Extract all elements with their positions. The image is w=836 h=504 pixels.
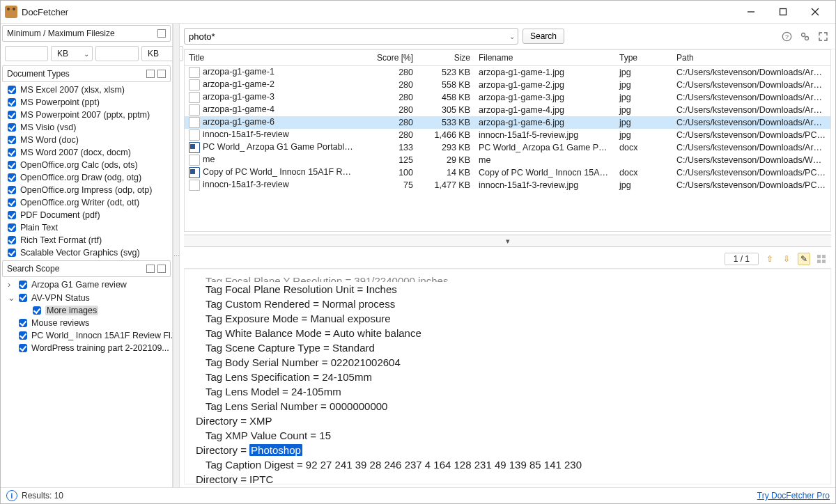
panel-minimize-icon[interactable]	[157, 265, 166, 273]
minimize-button[interactable]	[735, 1, 767, 23]
doctype-label: Scalable Vector Graphics (svg)	[20, 248, 140, 258]
prev-occurrence-icon[interactable]: ⇧	[764, 253, 775, 265]
checkbox-icon[interactable]	[8, 173, 16, 182]
preview-line: Tag White Balance Mode = Auto white bala…	[196, 326, 819, 340]
cell-score: 100	[360, 168, 417, 178]
doctype-item[interactable]: Scalable Vector Graphics (svg)	[1, 246, 172, 259]
column-score[interactable]: Score [%]	[360, 53, 417, 63]
doctype-item[interactable]: MS Word (doc)	[1, 134, 172, 146]
doctype-item[interactable]: MS Powerpoint (ppt)	[1, 96, 172, 109]
chevron-down-icon: ▾	[506, 237, 510, 246]
preview-expand-handle[interactable]: ▾	[184, 235, 831, 247]
checkbox-icon[interactable]	[19, 319, 27, 327]
checkbox-icon[interactable]	[8, 136, 16, 144]
panel-minimize-icon[interactable]	[157, 29, 166, 38]
panel-restore-icon[interactable]	[146, 70, 155, 78]
results-table: Title Score [%] Size Filename Type Path …	[184, 49, 831, 232]
scope-item[interactable]: WordPress training part 2-202109...	[1, 342, 172, 354]
cell-size: 523 KB	[417, 68, 474, 77]
search-combobox[interactable]: ⌄	[184, 28, 518, 45]
search-input[interactable]	[187, 31, 509, 42]
cell-filename: arzopa-g1-game-2.jpg	[474, 80, 615, 90]
cell-path: C:/Users/kstevenson/Downloads/Arzopa G1 …	[672, 105, 830, 115]
search-button[interactable]: Search	[522, 29, 564, 44]
file-icon	[189, 79, 200, 90]
column-title[interactable]: Title	[185, 53, 360, 63]
result-row[interactable]: arzopa-g1-game-3280458 KBarzopa-g1-game-…	[185, 91, 830, 104]
result-row[interactable]: arzopa-g1-game-2280558 KBarzopa-g1-game-…	[185, 79, 830, 91]
sidebar-splitter[interactable]: ⋮	[173, 24, 180, 487]
result-row[interactable]: innocn-15a1f-3-review751,477 KBinnocn-15…	[185, 179, 830, 191]
panel-minimize-icon[interactable]	[157, 70, 166, 78]
column-filename[interactable]: Filename	[474, 53, 615, 63]
checkbox-icon[interactable]	[8, 98, 16, 107]
result-row[interactable]: arzopa-g1-game-4280305 KBarzopa-g1-game-…	[185, 104, 830, 116]
checkbox-icon[interactable]	[8, 236, 16, 244]
column-type[interactable]: Type	[615, 53, 672, 63]
result-row[interactable]: Copy of PC World_ Innocn 15A1F Review...…	[185, 166, 830, 179]
doctype-item[interactable]: OpenOffice.org Draw (odg, otg)	[1, 171, 172, 184]
column-size[interactable]: Size	[417, 53, 474, 63]
doctype-item[interactable]: MS Excel 2007 (xlsx, xlsm)	[1, 84, 172, 96]
doctype-item[interactable]: OpenOffice.org Calc (ods, ots)	[1, 159, 172, 171]
scope-item[interactable]: ›Arzopa G1 Game review	[1, 278, 172, 291]
doctype-item[interactable]: OpenOffice.org Impress (odp, otp)	[1, 184, 172, 196]
maximize-button[interactable]	[767, 1, 799, 23]
preview-pane[interactable]: Tag Focal Plane Y Resolution = 391/22400…	[184, 269, 831, 485]
column-path[interactable]: Path	[672, 53, 830, 63]
doctype-label: OpenOffice.org Impress (odp, otp)	[20, 185, 152, 195]
scope-item[interactable]: More images	[1, 304, 172, 317]
preview-line: Tag Caption Digest = 92 27 241 39 28 246…	[196, 457, 819, 472]
doctype-item[interactable]: PDF Document (pdf)	[1, 209, 172, 221]
result-row[interactable]: me12529 KBmeC:/Users/kstevenson/Download…	[185, 154, 830, 166]
doctype-label: OpenOffice.org Writer (odt, ott)	[20, 198, 139, 207]
close-button[interactable]	[799, 1, 831, 23]
result-row[interactable]: arzopa-g1-game-6280533 KBarzopa-g1-game-…	[185, 116, 830, 129]
maximize-view-icon[interactable]	[817, 31, 828, 42]
checkbox-icon[interactable]	[8, 198, 16, 207]
doctype-item[interactable]: MS Powerpoint 2007 (pptx, pptm)	[1, 109, 172, 121]
checkbox-icon[interactable]	[8, 211, 16, 219]
min-filesize-input[interactable]	[5, 46, 48, 61]
chevron-down-icon[interactable]: ⌄	[509, 33, 515, 40]
view-mode-icon[interactable]	[816, 253, 827, 265]
pro-link[interactable]: Try DocFetcher Pro	[757, 491, 830, 501]
doctype-item[interactable]: Rich Text Format (rtf)	[1, 234, 172, 246]
help-icon[interactable]: ?	[781, 31, 792, 42]
result-row[interactable]: arzopa-g1-game-1280523 KBarzopa-g1-game-…	[185, 66, 830, 79]
checkbox-icon[interactable]	[19, 281, 27, 289]
doctype-item[interactable]: Plain Text	[1, 221, 172, 234]
checkbox-icon[interactable]	[33, 306, 41, 315]
max-filesize-input[interactable]	[95, 46, 139, 61]
main-content: ⌄ Search ?	[180, 24, 835, 487]
result-row[interactable]: PC World_ Arzopa G1 Game Portable Mo...1…	[185, 141, 830, 154]
settings-icon[interactable]	[799, 31, 810, 42]
checkbox-icon[interactable]	[8, 223, 16, 232]
checkbox-icon[interactable]	[8, 161, 16, 169]
next-occurrence-icon[interactable]: ⇩	[781, 253, 792, 265]
checkbox-icon[interactable]	[19, 294, 27, 302]
min-filesize-unit-select[interactable]: KB⌄	[51, 46, 93, 61]
highlight-icon[interactable]: ✎	[798, 253, 810, 265]
doctype-item[interactable]: MS Word 2007 (docx, docm)	[1, 146, 172, 159]
checkbox-icon[interactable]	[8, 123, 16, 132]
scope-item[interactable]: PC World_ Innocn 15A1F Review Fl...	[1, 329, 172, 342]
svg-rect-9	[822, 255, 826, 258]
checkbox-icon[interactable]	[8, 111, 16, 119]
doctype-item[interactable]: MS Visio (vsd)	[1, 121, 172, 134]
checkbox-icon[interactable]	[8, 86, 16, 94]
checkbox-icon[interactable]	[8, 148, 16, 157]
doctype-label: MS Word 2007 (docx, docm)	[20, 148, 131, 157]
preview-line: Tag Focal Plane Resolution Unit = Inches	[196, 282, 819, 297]
scope-item[interactable]: Mouse reviews	[1, 317, 172, 329]
scope-item[interactable]: ⌄AV-VPN Status	[1, 291, 172, 304]
checkbox-icon[interactable]	[19, 331, 27, 340]
panel-restore-icon[interactable]	[146, 265, 155, 273]
expand-icon[interactable]: ⌄	[8, 292, 15, 303]
checkbox-icon[interactable]	[8, 249, 16, 257]
checkbox-icon[interactable]	[8, 186, 16, 194]
expand-icon[interactable]: ›	[8, 280, 15, 290]
doctype-item[interactable]: OpenOffice.org Writer (odt, ott)	[1, 196, 172, 209]
checkbox-icon[interactable]	[19, 344, 27, 352]
result-row[interactable]: innocn-15a1f-5-review2801,466 KBinnocn-1…	[185, 129, 830, 141]
